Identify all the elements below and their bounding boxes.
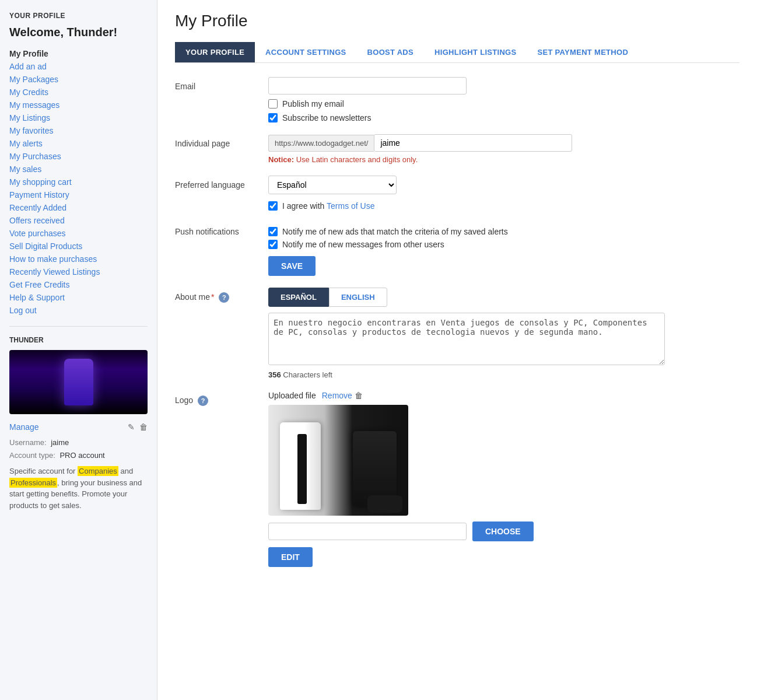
email-row: Email Publish my email Subscribe to news…	[175, 77, 700, 123]
sidebar-item-help-support[interactable]: Help & Support	[9, 291, 148, 304]
notify-messages-label[interactable]: Notify me of new messages from other use…	[282, 240, 444, 249]
sidebar-item-my-shopping-cart[interactable]: My shopping cart	[9, 176, 148, 188]
profile-image	[9, 350, 148, 414]
terms-agree-checkbox[interactable]	[268, 201, 278, 211]
edit-icon[interactable]: ✎	[128, 422, 135, 432]
thunder-section: THUNDER Manage ✎ 🗑 Username: jaime Accou…	[9, 336, 148, 511]
sidebar-item-my-profile[interactable]: My Profile	[9, 47, 148, 60]
individual-page-input-row: https://www.todogadget.net/	[268, 134, 700, 152]
sidebar-item-my-favorites[interactable]: My favorites	[9, 124, 148, 137]
choose-button[interactable]: CHOOSE	[472, 522, 534, 541]
account-desc-highlight1: Companies	[78, 466, 118, 476]
chars-left: 356 Characters left	[268, 370, 700, 379]
remove-label: Remove	[322, 391, 352, 400]
sidebar: YOUR PROFILE Welcome, Thunder! My Profil…	[0, 0, 157, 700]
sidebar-item-recently-added[interactable]: Recently Added	[9, 201, 148, 214]
tab-account-settings[interactable]: ACCOUNT SETTINGS	[255, 42, 356, 62]
sidebar-item-my-purchases[interactable]: My Purchases	[9, 150, 148, 163]
notice-text: Notice: Use Latin characters and digits …	[268, 155, 700, 164]
sidebar-item-my-packages[interactable]: My Packages	[9, 73, 148, 86]
manage-icons: ✎ 🗑	[128, 422, 148, 432]
about-me-control: ESPAÑOLENGLISH En nuestro negocio encont…	[268, 288, 700, 379]
tab-set-payment-method[interactable]: SET PAYMENT METHOD	[527, 42, 639, 62]
terms-link[interactable]: Terms of Use	[327, 201, 374, 211]
notify-messages-row: Notify me of new messages from other use…	[268, 240, 700, 249]
account-type-row: Account type: PRO account	[9, 449, 148, 462]
logo-help-icon[interactable]: ?	[198, 396, 208, 406]
sidebar-item-recently-viewed-listings[interactable]: Recently Viewed Listings	[9, 265, 148, 278]
account-desc: Specific account for Companies and Profe…	[9, 466, 148, 511]
account-desc-highlight2: Professionals	[9, 478, 57, 488]
sidebar-item-sell-digital-products[interactable]: Sell Digital Products	[9, 240, 148, 253]
logo-control: Uploaded file Remove 🗑 CHOOSE	[268, 391, 700, 567]
about-tab-english[interactable]: ENGLISH	[329, 288, 387, 307]
account-desc-prefix: Specific account for	[9, 467, 78, 475]
tab-highlight-listings[interactable]: HIGHLIGHT LISTINGS	[424, 42, 527, 62]
username-value: jaime	[51, 438, 69, 447]
page-title: My Profile	[175, 12, 740, 30]
email-input[interactable]	[268, 77, 467, 94]
sidebar-item-payment-history[interactable]: Payment History	[9, 188, 148, 201]
subscribe-newsletters-label[interactable]: Subscribe to newsletters	[282, 113, 372, 123]
manage-link[interactable]: Manage	[9, 422, 39, 432]
sidebar-item-log-out[interactable]: Log out	[9, 304, 148, 317]
logo-text: Logo	[175, 396, 193, 405]
chars-count: 356	[268, 370, 281, 379]
terms-agree-label[interactable]: I agree with Terms of Use	[282, 201, 374, 211]
terms-agree-prefix: I agree with	[282, 201, 327, 211]
push-notifications-label: Push notifications	[175, 222, 268, 236]
about-me-row: About me* ? ESPAÑOLENGLISH En nuestro ne…	[175, 288, 700, 379]
about-me-help-icon[interactable]: ?	[219, 292, 229, 303]
sidebar-divider	[9, 326, 148, 327]
notice-label: Notice:	[268, 155, 294, 164]
trash-icon: 🗑	[355, 391, 363, 400]
preferred-language-control: Español English Français Deutsch I agree…	[268, 176, 700, 211]
tab-boost-ads[interactable]: BOOST ADS	[357, 42, 425, 62]
delete-icon[interactable]: 🗑	[139, 422, 148, 432]
sidebar-item-my-sales[interactable]: My sales	[9, 163, 148, 176]
individual-page-row: Individual page https://www.todogadget.n…	[175, 134, 700, 164]
sidebar-item-how-to-make-purchases[interactable]: How to make purchases	[9, 253, 148, 265]
notice-body: Use Latin characters and digits only.	[294, 155, 418, 164]
notify-ads-checkbox[interactable]	[268, 227, 278, 236]
logo-row: Logo ? Uploaded file Remove 🗑	[175, 391, 700, 567]
push-notifications-control: Notify me of new ads that match the crit…	[268, 222, 700, 276]
push-notifications-row: Push notifications Notify me of new ads …	[175, 222, 700, 276]
file-input[interactable]	[268, 523, 467, 540]
sidebar-item-offers-received[interactable]: Offers received	[9, 214, 148, 227]
publish-email-checkbox[interactable]	[268, 99, 278, 108]
sidebar-item-my-alerts[interactable]: My alerts	[9, 137, 148, 150]
tab-your-profile[interactable]: YOUR PROFILE	[175, 42, 255, 62]
account-type-value: PRO account	[59, 451, 104, 460]
sidebar-item-my-messages[interactable]: My messages	[9, 99, 148, 111]
language-select[interactable]: Español English Français Deutsch	[268, 176, 397, 194]
notify-ads-row: Notify me of new ads that match the crit…	[268, 227, 700, 236]
individual-page-input[interactable]	[374, 134, 572, 152]
chars-label: Characters left	[283, 370, 332, 379]
sidebar-nav: My ProfileAdd an adMy PackagesMy Credits…	[9, 47, 148, 317]
account-desc-mid: and	[118, 467, 133, 475]
about-me-textarea[interactable]: En nuestro negocio encontraras en Venta …	[268, 313, 665, 365]
uploaded-file-label: Uploaded file	[268, 391, 316, 400]
publish-email-label[interactable]: Publish my email	[282, 99, 344, 108]
about-tab-español[interactable]: ESPAÑOL	[268, 288, 329, 307]
sidebar-item-get-free-credits[interactable]: Get Free Credits	[9, 278, 148, 291]
main-tabs: YOUR PROFILEACCOUNT SETTINGSBOOST ADSHIG…	[175, 42, 740, 63]
subscribe-newsletters-checkbox[interactable]	[268, 113, 278, 123]
remove-link[interactable]: Remove 🗑	[322, 391, 363, 400]
save-button[interactable]: SAVE	[268, 256, 316, 276]
edit-button[interactable]: EDIT	[268, 547, 313, 567]
logo-label: Logo ?	[175, 391, 268, 406]
profile-image-inner	[9, 350, 148, 414]
email-label: Email	[175, 77, 268, 91]
sidebar-item-add-an-ad[interactable]: Add an ad	[9, 60, 148, 73]
sidebar-item-vote-purchases[interactable]: Vote purchases	[9, 227, 148, 240]
preferred-language-label: Preferred language	[175, 176, 268, 190]
sidebar-item-my-credits[interactable]: My Credits	[9, 86, 148, 99]
account-type-label: Account type:	[9, 451, 55, 460]
subscribe-newsletters-row: Subscribe to newsletters	[268, 113, 700, 123]
notify-ads-label[interactable]: Notify me of new ads that match the crit…	[282, 227, 508, 236]
controller-shape	[367, 495, 402, 513]
sidebar-item-my-listings[interactable]: My Listings	[9, 111, 148, 124]
notify-messages-checkbox[interactable]	[268, 240, 278, 249]
